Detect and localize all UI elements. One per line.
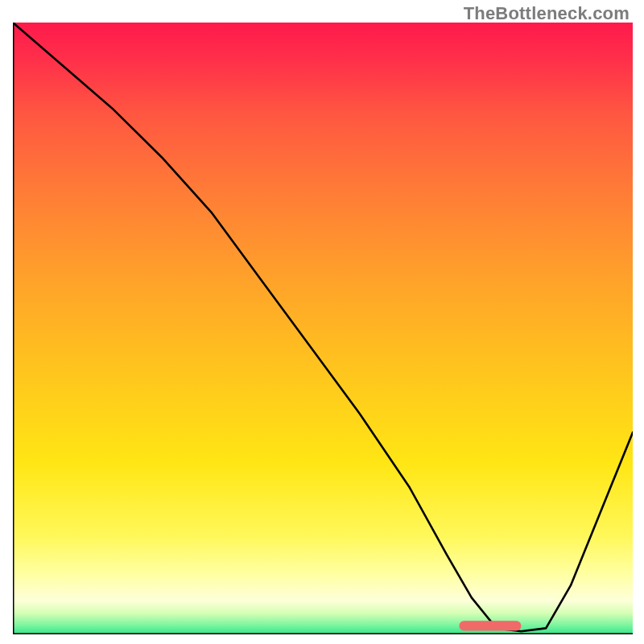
bottleneck-chart (13, 23, 633, 634)
watermark-text: TheBottleneck.com (464, 3, 630, 24)
optimal-marker (459, 621, 521, 630)
chart-svg (13, 23, 633, 634)
gradient-background (13, 23, 633, 634)
